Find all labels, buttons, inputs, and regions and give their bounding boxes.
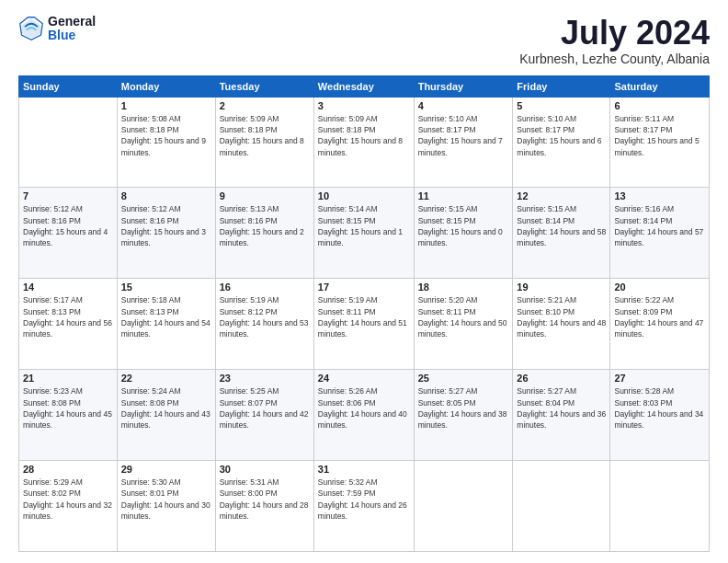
cell-info: Sunrise: 5:26 AMSunset: 8:06 PMDaylight:… bbox=[318, 385, 410, 431]
cell-date: 31 bbox=[318, 464, 410, 475]
calendar-cell bbox=[513, 461, 610, 552]
logo-general: General bbox=[48, 15, 96, 29]
calendar-cell: 22Sunrise: 5:24 AMSunset: 8:08 PMDayligh… bbox=[117, 370, 215, 461]
cell-date: 11 bbox=[418, 190, 509, 201]
cell-info: Sunrise: 5:10 AMSunset: 8:17 PMDaylight:… bbox=[517, 113, 606, 158]
cell-date: 5 bbox=[517, 100, 606, 111]
calendar-cell: 1Sunrise: 5:08 AMSunset: 8:18 PMDaylight… bbox=[117, 97, 215, 188]
calendar-cell: 5Sunrise: 5:10 AMSunset: 8:17 PMDaylight… bbox=[513, 97, 610, 188]
calendar-day-header: Sunday bbox=[19, 75, 118, 97]
calendar-cell: 4Sunrise: 5:10 AMSunset: 8:17 PMDaylight… bbox=[414, 97, 513, 188]
cell-date: 20 bbox=[614, 282, 705, 293]
cell-date: 17 bbox=[318, 282, 410, 293]
calendar-cell: 7Sunrise: 5:12 AMSunset: 8:16 PMDaylight… bbox=[19, 188, 118, 279]
calendar-day-header: Thursday bbox=[414, 75, 513, 97]
calendar-day-header: Tuesday bbox=[215, 75, 313, 97]
cell-info: Sunrise: 5:16 AMSunset: 8:14 PMDaylight:… bbox=[614, 203, 705, 248]
cell-info: Sunrise: 5:30 AMSunset: 8:01 PMDaylight:… bbox=[121, 477, 211, 522]
calendar-cell bbox=[610, 461, 710, 552]
cell-date: 9 bbox=[220, 190, 310, 201]
logo-icon bbox=[18, 16, 44, 41]
cell-date: 21 bbox=[23, 373, 113, 384]
calendar-cell: 11Sunrise: 5:15 AMSunset: 8:15 PMDayligh… bbox=[414, 188, 513, 279]
calendar-cell: 2Sunrise: 5:09 AMSunset: 8:18 PMDaylight… bbox=[215, 97, 313, 188]
cell-info: Sunrise: 5:24 AMSunset: 8:08 PMDaylight:… bbox=[121, 385, 211, 431]
cell-info: Sunrise: 5:22 AMSunset: 8:09 PMDaylight:… bbox=[614, 294, 705, 339]
cell-info: Sunrise: 5:08 AMSunset: 8:18 PMDaylight:… bbox=[121, 113, 211, 158]
cell-info: Sunrise: 5:18 AMSunset: 8:13 PMDaylight:… bbox=[121, 294, 211, 339]
cell-date: 22 bbox=[121, 373, 211, 384]
calendar-cell: 23Sunrise: 5:25 AMSunset: 8:07 PMDayligh… bbox=[215, 370, 313, 461]
cell-info: Sunrise: 5:20 AMSunset: 8:11 PMDaylight:… bbox=[418, 294, 509, 339]
calendar-cell bbox=[19, 97, 118, 188]
calendar-cell: 9Sunrise: 5:13 AMSunset: 8:16 PMDaylight… bbox=[215, 188, 313, 279]
logo-text: General Blue bbox=[48, 15, 96, 43]
calendar-day-header: Friday bbox=[513, 75, 610, 97]
calendar-cell: 14Sunrise: 5:17 AMSunset: 8:13 PMDayligh… bbox=[19, 279, 118, 370]
cell-date: 24 bbox=[318, 373, 410, 384]
logo-blue: Blue bbox=[48, 29, 96, 42]
calendar-week-row: 14Sunrise: 5:17 AMSunset: 8:13 PMDayligh… bbox=[19, 279, 710, 370]
cell-info: Sunrise: 5:17 AMSunset: 8:13 PMDaylight:… bbox=[23, 294, 113, 339]
calendar-cell: 12Sunrise: 5:15 AMSunset: 8:14 PMDayligh… bbox=[513, 188, 610, 279]
cell-info: Sunrise: 5:13 AMSunset: 8:16 PMDaylight:… bbox=[220, 203, 310, 248]
cell-info: Sunrise: 5:19 AMSunset: 8:12 PMDaylight:… bbox=[220, 294, 310, 339]
calendar-cell: 3Sunrise: 5:09 AMSunset: 8:18 PMDaylight… bbox=[313, 97, 414, 188]
cell-info: Sunrise: 5:27 AMSunset: 8:05 PMDaylight:… bbox=[418, 385, 509, 431]
cell-date: 4 bbox=[418, 100, 509, 111]
cell-date: 15 bbox=[121, 282, 211, 293]
calendar-table: SundayMondayTuesdayWednesdayThursdayFrid… bbox=[18, 75, 710, 552]
cell-date: 16 bbox=[220, 282, 310, 293]
cell-date: 29 bbox=[121, 464, 211, 475]
calendar-cell: 27Sunrise: 5:28 AMSunset: 8:03 PMDayligh… bbox=[610, 370, 710, 461]
calendar-day-header: Wednesday bbox=[313, 75, 414, 97]
calendar-cell: 19Sunrise: 5:21 AMSunset: 8:10 PMDayligh… bbox=[513, 279, 610, 370]
calendar-cell: 18Sunrise: 5:20 AMSunset: 8:11 PMDayligh… bbox=[414, 279, 513, 370]
cell-info: Sunrise: 5:25 AMSunset: 8:07 PMDaylight:… bbox=[220, 385, 310, 431]
calendar-cell: 16Sunrise: 5:19 AMSunset: 8:12 PMDayligh… bbox=[215, 279, 313, 370]
cell-info: Sunrise: 5:23 AMSunset: 8:08 PMDaylight:… bbox=[23, 385, 113, 431]
cell-info: Sunrise: 5:11 AMSunset: 8:17 PMDaylight:… bbox=[614, 113, 705, 158]
cell-date: 30 bbox=[220, 464, 310, 475]
cell-info: Sunrise: 5:12 AMSunset: 8:16 PMDaylight:… bbox=[23, 203, 113, 248]
logo: General Blue bbox=[18, 15, 96, 43]
cell-info: Sunrise: 5:21 AMSunset: 8:10 PMDaylight:… bbox=[517, 294, 606, 339]
cell-info: Sunrise: 5:09 AMSunset: 8:18 PMDaylight:… bbox=[318, 113, 410, 158]
calendar-cell: 29Sunrise: 5:30 AMSunset: 8:01 PMDayligh… bbox=[117, 461, 215, 552]
cell-date: 10 bbox=[318, 190, 410, 201]
calendar-cell: 31Sunrise: 5:32 AMSunset: 7:59 PMDayligh… bbox=[313, 461, 414, 552]
calendar-day-header: Saturday bbox=[610, 75, 710, 97]
cell-date: 23 bbox=[220, 373, 310, 384]
cell-date: 8 bbox=[121, 190, 211, 201]
cell-date: 14 bbox=[23, 282, 113, 293]
cell-info: Sunrise: 5:15 AMSunset: 8:14 PMDaylight:… bbox=[517, 203, 606, 248]
title-block: July 2024 Kurbnesh, Lezhe County, Albani… bbox=[519, 15, 710, 66]
cell-info: Sunrise: 5:12 AMSunset: 8:16 PMDaylight:… bbox=[121, 203, 211, 248]
calendar-week-row: 28Sunrise: 5:29 AMSunset: 8:02 PMDayligh… bbox=[19, 461, 710, 552]
page: General Blue July 2024 Kurbnesh, Lezhe C… bbox=[0, 0, 728, 563]
calendar-cell: 8Sunrise: 5:12 AMSunset: 8:16 PMDaylight… bbox=[117, 188, 215, 279]
header: General Blue July 2024 Kurbnesh, Lezhe C… bbox=[18, 15, 710, 66]
cell-date: 3 bbox=[318, 100, 410, 111]
cell-date: 18 bbox=[418, 282, 509, 293]
calendar-cell: 15Sunrise: 5:18 AMSunset: 8:13 PMDayligh… bbox=[117, 279, 215, 370]
calendar-cell: 20Sunrise: 5:22 AMSunset: 8:09 PMDayligh… bbox=[610, 279, 710, 370]
calendar-cell: 17Sunrise: 5:19 AMSunset: 8:11 PMDayligh… bbox=[313, 279, 414, 370]
cell-info: Sunrise: 5:10 AMSunset: 8:17 PMDaylight:… bbox=[418, 113, 509, 158]
cell-info: Sunrise: 5:29 AMSunset: 8:02 PMDaylight:… bbox=[23, 477, 113, 522]
calendar-header-row: SundayMondayTuesdayWednesdayThursdayFrid… bbox=[19, 75, 710, 97]
cell-date: 1 bbox=[121, 100, 211, 111]
calendar-cell: 26Sunrise: 5:27 AMSunset: 8:04 PMDayligh… bbox=[513, 370, 610, 461]
calendar-cell: 30Sunrise: 5:31 AMSunset: 8:00 PMDayligh… bbox=[215, 461, 313, 552]
cell-info: Sunrise: 5:31 AMSunset: 8:00 PMDaylight:… bbox=[220, 477, 310, 522]
cell-date: 25 bbox=[418, 373, 509, 384]
cell-date: 19 bbox=[517, 282, 606, 293]
cell-date: 6 bbox=[614, 100, 705, 111]
cell-info: Sunrise: 5:27 AMSunset: 8:04 PMDaylight:… bbox=[517, 385, 606, 431]
cell-date: 27 bbox=[614, 373, 705, 384]
cell-info: Sunrise: 5:19 AMSunset: 8:11 PMDaylight:… bbox=[318, 294, 410, 339]
cell-date: 7 bbox=[23, 190, 113, 201]
cell-info: Sunrise: 5:32 AMSunset: 7:59 PMDaylight:… bbox=[318, 477, 410, 522]
calendar-week-row: 7Sunrise: 5:12 AMSunset: 8:16 PMDaylight… bbox=[19, 188, 710, 279]
calendar-cell: 28Sunrise: 5:29 AMSunset: 8:02 PMDayligh… bbox=[19, 461, 118, 552]
